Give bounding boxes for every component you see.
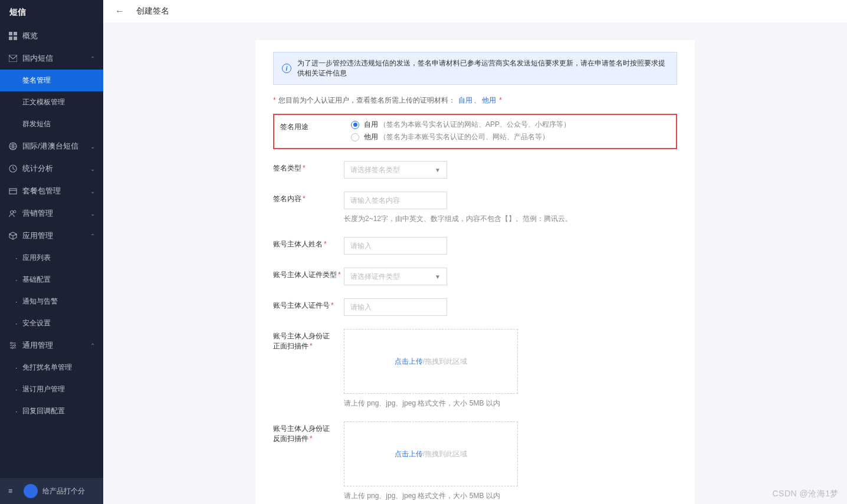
nav-template-mgmt[interactable]: 正文模板管理 bbox=[0, 91, 103, 113]
chevron-up-icon: ⌃ bbox=[90, 342, 95, 349]
nav-packages[interactable]: 套餐包管理 ⌄ bbox=[0, 180, 103, 202]
tip-line: *您目前为个人认证用户，查看签名所需上传的证明材料： 自用、他用 * bbox=[273, 95, 677, 106]
info-alert: i 为了进一步管控违法违规短信的发送，签名申请材料已参考运营商实名发送短信要求更… bbox=[273, 52, 677, 85]
clock-icon bbox=[8, 164, 18, 173]
watermark: CSDN @沧海1梦 bbox=[772, 489, 839, 499]
label-owner-name: 账号主体人姓名* bbox=[273, 237, 344, 255]
svg-rect-3 bbox=[14, 37, 17, 40]
svg-point-12 bbox=[12, 347, 14, 349]
label-id-front: 账号主体人身份证 正面扫描件* bbox=[273, 329, 344, 409]
radio-icon bbox=[351, 121, 359, 129]
nav-reply-callback[interactable]: 回复回调配置 bbox=[0, 400, 103, 422]
footer-text: 给产品打个分 bbox=[42, 486, 85, 496]
avatar-icon bbox=[24, 484, 38, 498]
caret-down-icon: ▼ bbox=[435, 167, 441, 173]
nav-domestic-sms[interactable]: 国内短信 ⌃ bbox=[0, 47, 103, 70]
select-sign-type[interactable]: 请选择签名类型 ▼ bbox=[344, 161, 447, 179]
svg-point-8 bbox=[11, 211, 14, 214]
radio-icon bbox=[351, 133, 359, 141]
nav-label: 国内短信 bbox=[22, 53, 90, 64]
nav-label: 统计分析 bbox=[22, 163, 90, 174]
nav-general-mgmt[interactable]: 通用管理 ⌃ bbox=[0, 334, 103, 357]
nav-label: 套餐包管理 bbox=[22, 186, 90, 196]
required-star: * bbox=[273, 96, 276, 104]
svg-rect-2 bbox=[9, 37, 12, 40]
users-icon bbox=[8, 209, 18, 218]
link-self-use[interactable]: 自用 bbox=[458, 96, 472, 104]
nav-bulk-sms[interactable]: 群发短信 bbox=[0, 113, 103, 135]
svg-rect-7 bbox=[9, 189, 17, 194]
input-owner-id-no[interactable]: 请输入 bbox=[344, 298, 447, 316]
nav-security[interactable]: 安全设置 bbox=[0, 312, 103, 334]
label-id-back: 账号主体人身份证 反面扫描件* bbox=[273, 421, 344, 501]
nav-app-list[interactable]: 应用列表 bbox=[0, 247, 103, 269]
label-sign-content: 签名内容* bbox=[273, 192, 344, 224]
alert-text: 为了进一步管控违法违规短信的发送，签名申请材料已参考运营商实名发送短信要求更新，… bbox=[297, 58, 668, 78]
chevron-up-icon: ⌃ bbox=[90, 55, 95, 62]
mail-icon bbox=[8, 54, 18, 63]
nav-label: 营销管理 bbox=[22, 208, 90, 219]
nav-label: 概览 bbox=[22, 31, 95, 41]
svg-point-9 bbox=[14, 210, 16, 213]
label-sign-type: 签名类型* bbox=[273, 161, 344, 179]
nav-sign-mgmt[interactable]: 签名管理 bbox=[0, 70, 103, 91]
nav-notify-alarm[interactable]: 通知与告警 bbox=[0, 291, 103, 312]
upload-id-back[interactable]: 点击上传/拖拽到此区域 bbox=[344, 421, 518, 486]
sidebar-title: 短信 bbox=[0, 0, 103, 25]
svg-point-11 bbox=[14, 345, 16, 347]
package-icon bbox=[8, 186, 18, 196]
help-id-front: 请上传 png、jpg、jpeg 格式文件，大小 5MB 以内 bbox=[344, 398, 677, 409]
usage-highlight: 签名用途 自用 （签名为本账号实名认证的网站、APP、公众号、小程序等） 他用 … bbox=[273, 114, 677, 149]
label-owner-id-type: 账号主体人证件类型* bbox=[273, 268, 344, 285]
topbar: ← 创建签名 bbox=[103, 0, 847, 22]
help-id-back: 请上传 png、jpg、jpeg 格式文件，大小 5MB 以内 bbox=[344, 491, 677, 501]
label-usage: 签名用途 bbox=[280, 120, 351, 142]
nav-label: 应用管理 bbox=[22, 230, 90, 241]
sliders-icon bbox=[8, 341, 18, 350]
caret-down-icon: ▼ bbox=[435, 274, 441, 280]
page-title: 创建签名 bbox=[136, 6, 169, 17]
radio-other-use[interactable]: 他用 （签名为非本账号实名认证的公司、网站、产品名等） bbox=[351, 132, 670, 142]
svg-rect-0 bbox=[9, 32, 12, 35]
svg-rect-4 bbox=[9, 55, 17, 62]
svg-rect-1 bbox=[14, 32, 17, 35]
label-owner-id-no: 账号主体人证件号* bbox=[273, 298, 344, 316]
nav-overview[interactable]: 概览 bbox=[0, 25, 103, 47]
radio-self-use[interactable]: 自用 （签名为本账号实名认证的网站、APP、公众号、小程序等） bbox=[351, 120, 670, 130]
chevron-down-icon: ⌄ bbox=[90, 188, 95, 195]
nav-marketing[interactable]: 营销管理 ⌄ bbox=[0, 202, 103, 225]
info-icon: i bbox=[282, 64, 291, 73]
back-button[interactable]: ← bbox=[115, 6, 124, 17]
nav-statistics[interactable]: 统计分析 ⌄ bbox=[0, 157, 103, 180]
nav-app-mgmt[interactable]: 应用管理 ⌃ bbox=[0, 225, 103, 247]
form-card: i 为了进一步管控违法违规短信的发送，签名申请材料已参考运营商实名发送短信要求更… bbox=[255, 40, 695, 504]
collapse-icon[interactable]: ≡ bbox=[8, 487, 18, 495]
grid-icon bbox=[8, 31, 18, 41]
svg-point-10 bbox=[11, 342, 12, 344]
input-sign-content[interactable]: 请输入签名内容 bbox=[344, 192, 447, 209]
help-sign-content: 长度为2~12字，由中英文、数字组成，内容不包含【】。范例：腾讯云。 bbox=[344, 214, 677, 224]
chevron-down-icon: ⌄ bbox=[90, 166, 95, 172]
upload-id-front[interactable]: 点击上传/拖拽到此区域 bbox=[344, 329, 518, 394]
select-owner-id-type[interactable]: 请选择证件类型 ▼ bbox=[344, 268, 447, 285]
nav-basic-config[interactable]: 基础配置 bbox=[0, 269, 103, 291]
input-owner-name[interactable]: 请输入 bbox=[344, 237, 447, 255]
main-content: ← 创建签名 i 为了进一步管控违法违规短信的发送，签名申请材料已参考运营商实名… bbox=[103, 0, 847, 504]
chevron-down-icon: ⌄ bbox=[90, 210, 95, 217]
nav-unsubscribe[interactable]: 退订用户管理 bbox=[0, 378, 103, 400]
globe-icon bbox=[8, 141, 18, 151]
link-other-use[interactable]: 他用 bbox=[482, 96, 496, 104]
chevron-up-icon: ⌃ bbox=[90, 233, 95, 239]
chevron-down-icon: ⌄ bbox=[90, 143, 95, 150]
nav-label: 通用管理 bbox=[22, 340, 90, 351]
sidebar-footer[interactable]: ≡ 给产品打个分 bbox=[0, 478, 103, 504]
nav-dnd-list[interactable]: 免打扰名单管理 bbox=[0, 357, 103, 378]
cube-icon bbox=[8, 231, 18, 241]
nav-intl-sms[interactable]: 国际/港澳台短信 ⌄ bbox=[0, 135, 103, 157]
nav-label: 国际/港澳台短信 bbox=[22, 141, 90, 151]
sidebar: 短信 概览 国内短信 ⌃ 签名管理 正文模板管理 群发短信 国际/港澳台短信 ⌄… bbox=[0, 0, 103, 504]
